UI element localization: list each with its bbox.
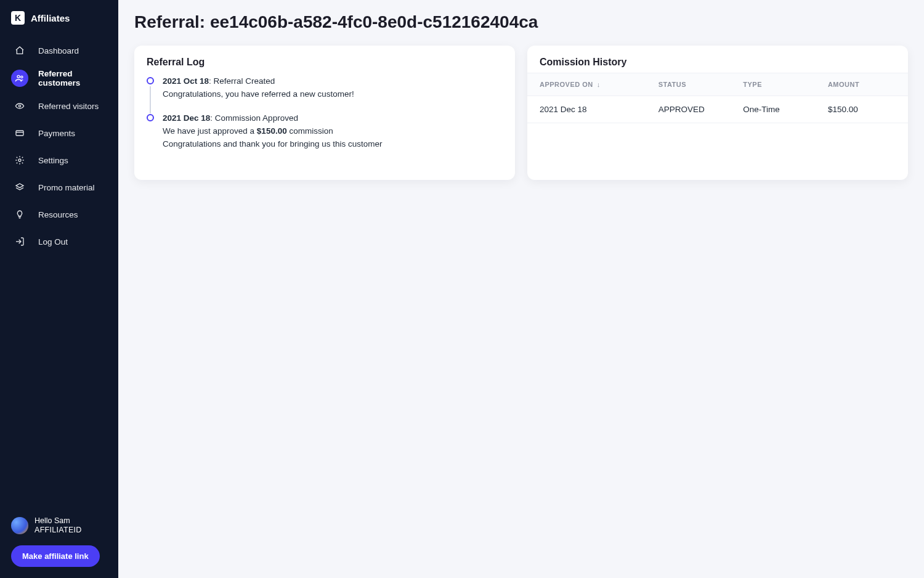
bulb-icon	[11, 206, 28, 223]
column-approved-on[interactable]: APPROVED ON ↓	[540, 81, 659, 88]
timeline-text: 2021 Oct 18: Referral Created Congratula…	[163, 75, 354, 101]
timeline-headline: Referral Created	[214, 76, 275, 86]
sidebar-item-label: Payments	[38, 129, 75, 138]
cell-type: One-Time	[743, 105, 828, 114]
timeline-date: 2021 Dec 18	[163, 113, 210, 123]
sidebar-nav: Dashboard Referred customers Referred vi…	[0, 37, 118, 516]
layers-icon	[11, 179, 28, 196]
timeline-connector	[150, 86, 151, 113]
column-amount[interactable]: AMOUNT	[828, 81, 896, 88]
svg-point-1	[21, 76, 23, 78]
column-label: APPROVED ON	[540, 81, 593, 88]
commission-history-title: Comission History	[527, 46, 908, 73]
sidebar-item-payments[interactable]: Payments	[0, 120, 118, 147]
referral-log-timeline: 2021 Oct 18: Referral Created Congratula…	[147, 75, 503, 151]
referral-log-card: Referral Log 2021 Oct 18: Referral Creat…	[134, 46, 515, 180]
home-icon	[11, 42, 28, 59]
brand-logo-icon: K	[11, 11, 25, 25]
sidebar-item-label: Referred visitors	[38, 102, 99, 111]
timeline-body: Congratulations, you have referred a new…	[163, 89, 354, 99]
timeline-headline: Commission Approved	[215, 113, 298, 123]
sidebar-item-label: Log Out	[38, 237, 68, 246]
table-header-row: APPROVED ON ↓ STATUS TYPE AMOUNT	[527, 73, 908, 96]
make-affiliate-link-button[interactable]: Make affiliate link	[11, 545, 100, 567]
referral-log-title: Referral Log	[134, 46, 515, 73]
content-columns: Referral Log 2021 Oct 18: Referral Creat…	[134, 46, 908, 180]
timeline-item: 2021 Oct 18: Referral Created Congratula…	[147, 75, 503, 112]
table-row: 2021 Dec 18 APPROVED One-Time $150.00	[527, 96, 908, 123]
cell-status: APPROVED	[659, 105, 744, 114]
timeline-dot-icon	[147, 114, 154, 121]
cell-approved-on: 2021 Dec 18	[540, 105, 659, 114]
sidebar-item-referred-visitors[interactable]: Referred visitors	[0, 92, 118, 120]
main: Referral: ee14c06b-a582-4fc0-8e0d-c51216…	[118, 0, 924, 578]
sidebar-item-label: Settings	[38, 156, 68, 165]
brand-name: Affiliates	[31, 13, 70, 23]
sidebar-item-dashboard[interactable]: Dashboard	[0, 37, 118, 64]
column-type[interactable]: TYPE	[743, 81, 828, 88]
timeline-body-pre: We have just approved a	[163, 126, 257, 136]
user-meta: Hello Sam AFFILIATEID	[34, 516, 82, 535]
eye-icon	[11, 97, 28, 115]
sidebar: K Affiliates Dashboard Referred customer…	[0, 0, 118, 578]
timeline-body-bold: $150.00	[257, 126, 287, 136]
svg-rect-3	[16, 131, 23, 136]
brand[interactable]: K Affiliates	[0, 11, 118, 37]
timeline-item: 2021 Dec 18: Commission Approved We have…	[147, 112, 503, 151]
sidebar-item-settings[interactable]: Settings	[0, 147, 118, 174]
sidebar-item-log-out[interactable]: Log Out	[0, 228, 118, 255]
commission-history-table: APPROVED ON ↓ STATUS TYPE AMOUNT 2021 De…	[527, 73, 908, 123]
sidebar-item-promo-material[interactable]: Promo material	[0, 174, 118, 201]
timeline-body-line2: Congratulations and thank you for bringi…	[163, 139, 382, 149]
cell-amount: $150.00	[828, 105, 896, 114]
sidebar-item-resources[interactable]: Resources	[0, 201, 118, 228]
timeline-date: 2021 Oct 18	[163, 76, 209, 86]
commission-history-card: Comission History APPROVED ON ↓ STATUS T…	[527, 46, 908, 180]
column-status[interactable]: STATUS	[659, 81, 744, 88]
sidebar-item-referred-customers[interactable]: Referred customers	[0, 64, 118, 92]
sidebar-item-label: Referred customers	[38, 69, 107, 88]
sidebar-footer: Hello Sam AFFILIATEID Make affiliate lin…	[0, 516, 118, 567]
card-icon	[11, 124, 28, 142]
timeline-text: 2021 Dec 18: Commission Approved We have…	[163, 112, 382, 151]
sidebar-item-label: Promo material	[38, 183, 95, 192]
user-affiliate-id: AFFILIATEID	[34, 526, 82, 535]
timeline-dot-icon	[147, 77, 154, 84]
svg-point-2	[18, 105, 20, 107]
gear-icon	[11, 152, 28, 169]
svg-point-4	[18, 159, 21, 161]
sidebar-item-label: Dashboard	[38, 46, 79, 55]
svg-point-0	[17, 75, 20, 78]
timeline-body-post: commission	[287, 126, 333, 136]
user-hello: Hello Sam	[34, 516, 82, 526]
logout-icon	[11, 233, 28, 250]
user-info[interactable]: Hello Sam AFFILIATEID	[11, 516, 107, 535]
page-title: Referral: ee14c06b-a582-4fc0-8e0d-c51216…	[134, 12, 908, 32]
sidebar-item-label: Resources	[38, 210, 78, 219]
avatar	[11, 517, 28, 534]
users-icon	[11, 70, 28, 87]
sort-arrow-icon: ↓	[597, 81, 601, 88]
